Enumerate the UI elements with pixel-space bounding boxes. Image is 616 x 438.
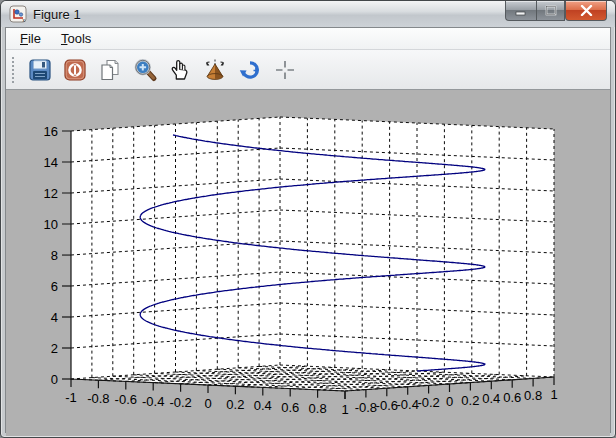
menu-bar: File Tools [6,28,610,50]
hand-icon [167,57,193,83]
z-tick-label: 6 [51,279,58,294]
minimize-icon [515,6,527,16]
y-tick-label: -0.4 [396,397,418,412]
window-title: Figure 1 [33,7,81,22]
z-tick-label: 10 [44,217,58,232]
menu-file[interactable]: File [10,28,51,49]
maximize-icon [545,5,557,16]
close-icon [580,5,593,16]
title-bar[interactable]: x Figure 1 [1,1,615,27]
x-tick-label: -1 [65,390,77,405]
plot-area[interactable]: 0246810121416-1-0.8-0.6-0.4-0.200.20.40.… [5,89,616,436]
z-tick-label: 16 [44,124,58,139]
copy-button[interactable] [96,56,124,84]
floppy-disk-icon [27,57,53,83]
x-tick-label: 0.6 [281,400,299,415]
close-button[interactable] [565,1,607,21]
z-tick-label: 2 [51,341,58,356]
menu-tools[interactable]: Tools [51,28,101,49]
y-tick-label: -0.8 [355,400,377,415]
maximize-button[interactable] [536,1,565,21]
save-button[interactable] [26,56,54,84]
y-tick-label: 0.2 [461,393,479,408]
y-tick-label: 0.4 [482,391,500,406]
z-tick-label: 8 [51,248,58,263]
toolbar [6,50,610,90]
toolbar-gripper[interactable] [12,57,15,83]
app-icon: x [9,5,27,23]
zoom-button[interactable] [131,56,159,84]
figure-window: x Figure 1 File [0,0,616,438]
plot-box-background [71,117,554,391]
y-tick-label: 0.6 [503,390,521,405]
client-area: File Tools [5,27,611,433]
z-tick-label: 14 [44,155,58,170]
z-tick-label: 0 [51,372,58,387]
z-tick-label: 4 [51,310,58,325]
x-tick-label: -0.6 [115,392,137,407]
x-tick-label: 0.2 [226,397,244,412]
cone-icon [202,57,228,83]
z-tick-label: 12 [44,186,58,201]
close-figure-button[interactable] [61,56,89,84]
power-icon [62,57,88,83]
window-controls [505,1,607,21]
x-tick-label: 0.8 [309,401,327,416]
x-tick-label: 0.4 [254,398,272,413]
rotate-3d-button[interactable] [201,56,229,84]
crosshair-icon [272,57,298,83]
circular-arrow-icon [237,57,263,83]
x-tick-label: -0.8 [87,391,109,406]
minimize-button[interactable] [505,1,536,21]
y-tick-label: 1 [550,387,557,402]
x-tick-label: -0.2 [169,395,191,410]
y-tick-label: -0.2 [417,395,439,410]
pan-button[interactable] [166,56,194,84]
y-tick-label: 0 [446,394,453,409]
figure-canvas: 0246810121416-1-0.8-0.6-0.4-0.200.20.40.… [6,90,610,436]
reset-view-button[interactable] [236,56,264,84]
magnifier-icon [132,57,158,83]
y-tick-label: 0.8 [524,388,542,403]
x-tick-label: 0 [204,396,211,411]
y-tick-label: -0.6 [376,398,398,413]
crosshair-button[interactable] [271,56,299,84]
copy-pages-icon [97,57,123,83]
x-tick-label: 1 [341,402,348,417]
x-tick-label: -0.4 [142,394,164,409]
